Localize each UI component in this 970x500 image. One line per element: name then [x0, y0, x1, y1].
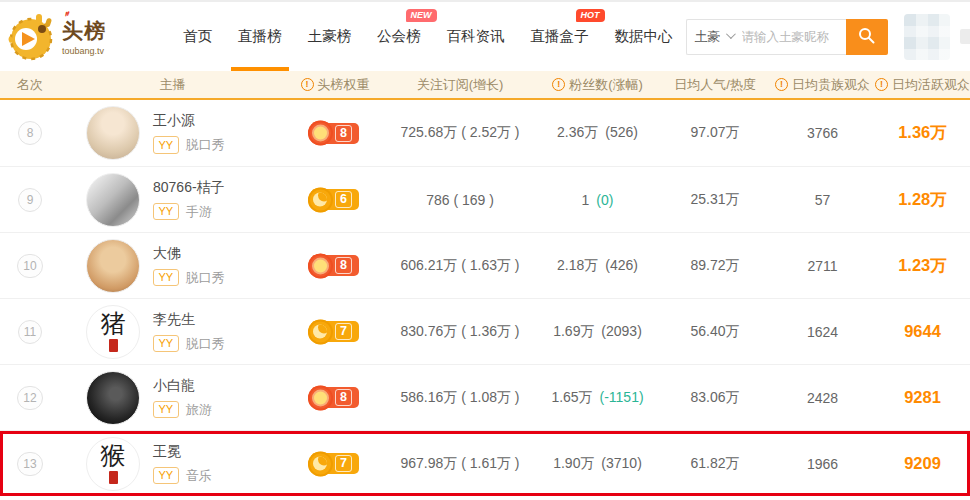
active-viewers-value: 9281: [904, 388, 941, 407]
noble-viewers-value: 2428: [807, 390, 838, 406]
anchor-cell: 王小源 YY 脱口秀: [60, 106, 225, 160]
chevron-down-icon: [725, 29, 735, 39]
column-header[interactable]: 粉丝数(涨幅): [552, 76, 643, 94]
platform-badge: YY: [153, 269, 179, 286]
nav-item-data-center[interactable]: 数据中心: [615, 2, 673, 71]
column-header[interactable]: 头榜权重: [301, 76, 370, 94]
column-header[interactable]: 日均贵族观众: [775, 76, 870, 94]
column-header[interactable]: 主播: [160, 76, 186, 94]
anchor-avatar[interactable]: [86, 106, 140, 160]
anchor-avatar[interactable]: [86, 371, 140, 425]
popularity-value: 97.07万: [690, 124, 739, 142]
rank-badge: 11: [18, 320, 42, 344]
fans-value: 1.90万: [553, 455, 594, 471]
fans-cell: 2.36万 (526): [557, 124, 638, 142]
anchor-info: 李先生 YY 脱口秀: [153, 311, 225, 353]
anchor-avatar[interactable]: [86, 173, 140, 227]
search-input[interactable]: [742, 30, 838, 44]
popularity-value: 83.06万: [690, 389, 739, 407]
subscribe-value: 786 ( 169 ): [426, 192, 494, 208]
subscribe-value: 830.76万 ( 1.36万 ): [400, 323, 519, 341]
nav-item-tuhao-rank[interactable]: 土豪榜: [308, 2, 352, 71]
user-account-area[interactable]: [904, 14, 970, 60]
brand-logo[interactable]: 〞 头榜 toubang.tv: [6, 12, 152, 62]
nav-item-label: 百科资讯: [447, 27, 505, 46]
search-category-dropdown[interactable]: 土豪: [695, 28, 733, 46]
anchor-meta: YY 音乐: [153, 467, 212, 485]
table-row[interactable]: 13 猴 王冕 YY 音乐 7 967.98万 ( 1.61万 ) 1.90万: [0, 430, 970, 496]
weight-value: 7: [335, 455, 353, 472]
anchor-meta: YY 脱口秀: [153, 136, 225, 154]
subscribe-value: 606.21万 ( 1.63万 ): [400, 257, 519, 275]
anchor-name[interactable]: 王小源: [153, 112, 225, 130]
anchor-info: 王小源 YY 脱口秀: [153, 112, 225, 154]
column-header-label: 主播: [160, 76, 186, 94]
platform-badge: YY: [153, 136, 179, 153]
column-header[interactable]: 关注订阅(增长): [417, 76, 504, 94]
weight-badge: 7: [311, 453, 360, 474]
fans-change: (3710): [601, 455, 641, 471]
rank-badge: 8: [18, 121, 42, 145]
anchor-category: 音乐: [186, 467, 212, 485]
nav-item-label: 首页: [183, 27, 212, 46]
nav-item-live-rank[interactable]: 直播榜: [238, 2, 282, 71]
subscribe-value: 967.98万 ( 1.61万 ): [400, 455, 519, 473]
main-nav: 首页 直播榜 土豪榜 公会榜 NEW 百科资讯 直播盒子 HOT 数据中心: [170, 2, 686, 71]
anchor-category: 旅游: [186, 401, 212, 419]
fans-change: (526): [605, 124, 638, 140]
user-avatar-blurred[interactable]: [904, 14, 950, 60]
table-header-row: 名次 主播 头榜权重 关注订阅(增长) 粉丝数(涨幅) 日均人气/热度 日均贵族…: [0, 71, 970, 100]
anchor-name[interactable]: 80766-桔子: [153, 179, 225, 197]
anchor-avatar[interactable]: 猪: [86, 305, 140, 359]
weight-level-icon: [308, 253, 333, 278]
anchor-category: 脱口秀: [186, 269, 225, 287]
info-icon[interactable]: [775, 78, 788, 91]
weight-level-icon: [308, 451, 333, 476]
nav-item-live-box[interactable]: 直播盒子 HOT: [531, 2, 589, 71]
anchor-name[interactable]: 李先生: [153, 311, 225, 329]
table-row[interactable]: 11 猪 李先生 YY 脱口秀 7 830.76万 ( 1.36万 ) 1.69…: [0, 298, 970, 364]
avatar-calligraphy-char: 猴: [101, 443, 126, 468]
weight-badge: 6: [311, 189, 360, 210]
anchor-name[interactable]: 小白龍: [153, 377, 212, 395]
anchor-category: 脱口秀: [186, 136, 225, 154]
info-icon[interactable]: [875, 78, 888, 91]
column-header[interactable]: 日均活跃观众: [875, 76, 970, 94]
search-button[interactable]: [846, 19, 888, 55]
table-row[interactable]: 12 小白龍 YY 旅游 8 586.16万 ( 1.08万 ) 1.65万: [0, 364, 970, 430]
fans-cell: 1.69万 (2093): [553, 323, 642, 341]
anchor-avatar[interactable]: 猴: [86, 437, 140, 491]
anchor-name[interactable]: 王冕: [153, 443, 212, 461]
popularity-value: 25.31万: [690, 191, 739, 209]
fans-cell: 1 (0): [582, 192, 614, 208]
weight-badge: 8: [311, 387, 360, 408]
nav-item-home[interactable]: 首页: [183, 2, 212, 71]
nav-item-wiki-news[interactable]: 百科资讯: [447, 2, 505, 71]
anchor-category: 手游: [186, 203, 212, 221]
weight-level-icon: [308, 187, 333, 212]
nav-item-guild-rank[interactable]: 公会榜 NEW: [377, 2, 421, 71]
anchor-name[interactable]: 大佛: [153, 245, 225, 263]
column-header-label: 粉丝数(涨幅): [569, 76, 643, 94]
anchor-cell: 小白龍 YY 旅游: [60, 371, 212, 425]
fans-value: 1.65万: [551, 389, 592, 405]
table-row[interactable]: 8 王小源 YY 脱口秀 8 725.68万 ( 2.52万 ) 2.36万: [0, 100, 970, 166]
table-body: 8 王小源 YY 脱口秀 8 725.68万 ( 2.52万 ) 2.36万: [0, 100, 970, 496]
column-header[interactable]: 日均人气/热度: [674, 76, 756, 94]
search-bar: 土豪: [686, 19, 888, 55]
fans-cell: 2.18万 (426): [557, 257, 638, 275]
anchor-avatar[interactable]: [86, 239, 140, 293]
column-header[interactable]: 名次: [17, 76, 43, 94]
weight-level-icon: [308, 121, 333, 146]
column-header-label: 关注订阅(增长): [417, 76, 504, 94]
info-icon[interactable]: [301, 78, 314, 91]
avatar-calligraphy-char: 猪: [101, 311, 126, 336]
table-row[interactable]: 9 80766-桔子 YY 手游 6 786 ( 169 ) 1 (0): [0, 166, 970, 232]
rank-badge: 9: [18, 188, 42, 212]
info-icon[interactable]: [552, 78, 565, 91]
search-icon: [858, 27, 875, 47]
weight-value: 6: [335, 191, 353, 208]
search-box: 土豪: [686, 19, 846, 55]
table-row[interactable]: 10 大佛 YY 脱口秀 8 606.21万 ( 1.63万 ) 2.18万: [0, 232, 970, 298]
noble-viewers-value: 57: [815, 192, 831, 208]
